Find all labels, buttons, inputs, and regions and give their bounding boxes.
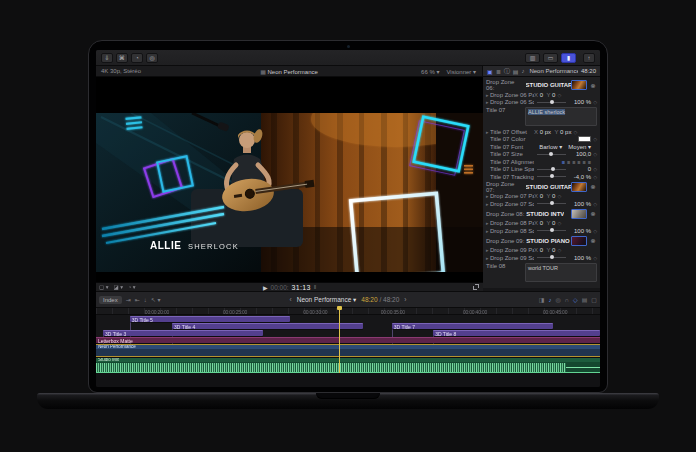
title-clip[interactable]: 3D Title 3 [103, 330, 263, 336]
timeline-project-menu[interactable]: Neon Performance ▾ [297, 296, 357, 304]
playhead[interactable] [339, 306, 340, 373]
dropzone-row: Drop Zone 09: STUDIO PIANO ⊗ [483, 235, 600, 247]
align-center-icon[interactable]: ≡ [567, 159, 570, 165]
font-family-dropdown[interactable]: Barlow ▾ [539, 143, 562, 150]
retime-button[interactable]: ◪ ▾ [114, 284, 124, 290]
linespacing-value[interactable]: 0 [569, 166, 591, 172]
dropzone-thumbnail[interactable] [571, 236, 587, 246]
offset-y-field[interactable]: 0 px [560, 129, 571, 135]
macbook-lid-notch [316, 393, 380, 399]
offset-x-field[interactable]: 0 px [540, 129, 551, 135]
skimming-icon[interactable]: ◨ [539, 296, 545, 303]
tracking-value[interactable]: -4,0 % [569, 174, 591, 180]
align-left-icon[interactable]: ≡ [562, 159, 565, 165]
macbook-laptop: ⇩ ⌘ ◔ ◎ ▥ ▭ ▮ ↑ 4K 30p, Stéréo ▦ Neon Pe… [0, 0, 696, 452]
letterbox-matte-clip[interactable]: Letterbox Matte [96, 337, 600, 343]
clip-appearance-button[interactable]: ▢ ▾ [99, 284, 109, 290]
extensions-button[interactable]: ◎ [146, 53, 158, 63]
share-button[interactable]: ↑ [583, 53, 595, 63]
import-media-icon: ⇩ [104, 55, 109, 61]
final-cut-pro-window: ⇩ ⌘ ◔ ◎ ▥ ▭ ▮ ↑ 4K 30p, Stéréo ▦ Neon Pe… [96, 50, 600, 387]
info-inspector-tab[interactable]: ⓘ [504, 67, 510, 76]
toolbar-left-group: ⇩ ⌘ ◔ ◎ [101, 53, 158, 63]
scale-slider[interactable] [537, 203, 566, 204]
param-label: Drop Zone 06: [486, 79, 524, 91]
dropzone-thumbnail[interactable] [571, 182, 587, 192]
keyword-editor-button[interactable]: ⌘ [116, 53, 128, 63]
viewer-title: ▦ Neon Performance [96, 68, 482, 75]
blade-icon: ◪ [114, 284, 119, 290]
duration-button[interactable]: ◔ ▾ [128, 284, 136, 290]
viewer-header: 4K 30p, Stéréo ▦ Neon Performance 66 % ▾… [96, 66, 483, 77]
audio-clip[interactable]: Studio Mix [96, 358, 600, 373]
scale-value[interactable]: 100 % [569, 99, 591, 105]
import-media-button[interactable]: ⇩ [101, 53, 113, 63]
play-button[interactable]: ▶ [263, 284, 268, 291]
background-tasks-button[interactable]: ◔ [131, 53, 143, 63]
param-row-pan: ▸ Drop Zone 07 Pan X 0 Y 0 ◇ [483, 193, 600, 201]
param-row-scale: ▸ Drop Zone 06 Scale 100 % ◇ [483, 99, 600, 107]
previous-project-icon[interactable]: ‹ [290, 296, 292, 303]
justify-right-icon[interactable]: ≡ [588, 159, 591, 165]
remove-icon[interactable]: ⊗ [589, 183, 597, 190]
color-swatch[interactable] [578, 136, 591, 142]
remove-icon[interactable]: ⊗ [589, 210, 597, 217]
scale-slider[interactable] [537, 102, 566, 103]
pan-x-field[interactable]: 0 [540, 92, 543, 98]
primary-storyline-clip[interactable]: Neon Performance [96, 344, 600, 357]
title-text-row: Title 08 world TOUR [483, 262, 600, 284]
fullscreen-icon[interactable] [473, 284, 479, 290]
param-row-alignment: Title 07 Alignment ≡ ≡ ≡ ≡ ≡ ≡ [483, 158, 600, 166]
dropzone-thumbnail[interactable] [571, 80, 587, 90]
timeline-tracks: 3D Title 5 3D Title 4 3D Title 7 3D Titl… [96, 315, 600, 373]
param-row-scale: ▸ Drop Zone 08 Scale 100 % ◇ [483, 227, 600, 235]
timeline-ruler[interactable]: 00:00:20:00 00:00:25:00 00:00:30:00 00:0… [96, 308, 600, 315]
scale-slider[interactable] [537, 257, 566, 258]
inspector-toggle-button[interactable]: ▮ [561, 53, 576, 63]
viewer-pane: ALLIE SHERLOCK ▢ ▾ ◪ ▾ ◔ ▾ ▶ 00:00: 31:1… [96, 77, 483, 291]
inspector-icon: ▮ [567, 55, 570, 61]
title-text-field[interactable]: world TOUR [525, 263, 597, 282]
timeline-total-time: 48:20 [383, 296, 399, 303]
audio-meters-icon[interactable]: ‖ [314, 284, 316, 290]
dropzone-thumbnail[interactable] [571, 209, 587, 219]
linespacing-slider[interactable] [537, 169, 566, 170]
tracking-slider[interactable] [537, 176, 566, 177]
justify-center-icon[interactable]: ≡ [583, 159, 586, 165]
param-row-pan: ▸ Drop Zone 06 Pan X 0 Y 0 ◇ [483, 91, 600, 99]
background-tasks-icon: ◔ [135, 55, 139, 61]
timeline-toggle-button[interactable]: ▭ [543, 53, 558, 63]
snapping-icon[interactable]: ◇ [573, 296, 578, 303]
zoom-fit-icon[interactable]: ▢ [591, 296, 597, 303]
timeline-icon: ▭ [548, 55, 554, 61]
scale-slider[interactable] [537, 230, 566, 231]
title-clip[interactable]: 3D Title 5 [130, 316, 290, 322]
browser-toggle-button[interactable]: ▥ [525, 53, 540, 63]
effects-browser-icon[interactable]: ▤ [582, 296, 588, 303]
justify-left-icon[interactable]: ≡ [577, 159, 580, 165]
generator-inspector-tab[interactable]: ▣ [487, 68, 493, 75]
font-weight-dropdown[interactable]: Moyen ▾ [568, 143, 591, 150]
timecode-prefix: 00:00: [271, 284, 289, 291]
next-project-icon[interactable]: › [404, 296, 406, 303]
audio-monitor-icon[interactable]: ∩ [565, 297, 569, 303]
video-inspector-tab[interactable]: ▤ [513, 68, 519, 75]
dropzone-name: STUDIO GUITAR [526, 82, 572, 88]
title-clip[interactable]: 3D Title 8 [433, 330, 600, 336]
audio-skimming-icon[interactable]: ♪ [548, 297, 551, 303]
remove-icon[interactable]: ⊗ [589, 82, 597, 89]
title-text-field[interactable]: ALLIE sherlock [525, 107, 597, 126]
video-canvas: ALLIE SHERLOCK [96, 77, 483, 282]
param-row-offset: ▸ Title 07 Offset X 0 px Y 0 px ◇ [483, 128, 600, 136]
solo-icon[interactable]: ◎ [555, 296, 560, 303]
remove-icon[interactable]: ⊗ [589, 237, 597, 244]
lower-third-name-bold: ALLIE [150, 240, 181, 251]
dropzone-row: Drop Zone 07: STUDIO GUITAR ⊗ [483, 181, 600, 193]
size-value[interactable]: 100,0 [569, 151, 591, 157]
align-right-icon[interactable]: ≡ [572, 159, 575, 165]
audio-inspector-tab[interactable]: ♪ [521, 68, 524, 74]
size-slider[interactable] [537, 154, 566, 155]
title-clip[interactable]: 3D Title 4 [172, 323, 363, 329]
title-clip[interactable]: 3D Title 7 [392, 323, 553, 329]
text-inspector-tab[interactable]: ≣ [496, 68, 501, 75]
